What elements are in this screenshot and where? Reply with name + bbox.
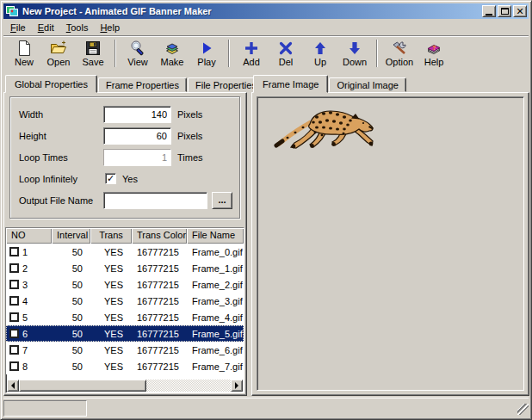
scroll-left-icon	[8, 382, 15, 389]
row-checkbox[interactable]	[9, 329, 19, 338]
row-checkbox[interactable]	[9, 247, 19, 256]
make-button[interactable]: Make	[155, 38, 189, 70]
table-row[interactable]: 250YES16777215Frame_1.gif	[6, 260, 244, 276]
layers-icon	[164, 40, 181, 57]
column-header-interval[interactable]: Interval	[52, 228, 90, 244]
frame-image-page	[251, 92, 529, 396]
horizontal-scrollbar[interactable]	[7, 380, 243, 392]
row-checkbox[interactable]	[9, 312, 19, 322]
table-cell: Frame_1.gif	[187, 263, 244, 274]
table-cell: 16777215	[132, 280, 187, 290]
table-row[interactable]: 450YES16777215Frame_3.gif	[6, 293, 244, 309]
toolbar-separator	[376, 40, 378, 67]
table-row[interactable]: 650YES16777215Frame_5.gif	[6, 325, 244, 342]
close-button[interactable]: ✕	[513, 5, 527, 17]
tab-original-image[interactable]: Original Image	[329, 77, 406, 92]
down-button[interactable]: Down	[337, 38, 372, 70]
maximize-button[interactable]	[498, 5, 511, 17]
menu-file[interactable]: File	[4, 21, 32, 34]
play-button[interactable]: Play	[189, 38, 224, 70]
scroll-left-button[interactable]	[7, 380, 19, 392]
table-cell: 50	[52, 247, 90, 257]
table-row[interactable]: 150YES16777215Frame_0.gif	[6, 244, 244, 260]
table-cell: 2	[6, 263, 52, 274]
tools-icon	[391, 40, 408, 57]
table-cell: YES	[90, 296, 132, 306]
table-cell: 4	[6, 296, 52, 306]
width-unit: Pixels	[177, 109, 202, 120]
table-cell: Frame_5.gif	[187, 329, 244, 339]
table-row[interactable]: 750YES16777215Frame_6.gif	[6, 342, 244, 358]
table-cell: YES	[90, 361, 132, 372]
scroll-right-button[interactable]	[231, 380, 243, 392]
row-checkbox[interactable]	[9, 263, 19, 273]
image-tab-control: Frame Image Original Image	[251, 74, 529, 396]
row-checkbox[interactable]	[9, 345, 19, 355]
loop-times-label: Loop Times	[19, 152, 68, 163]
table-row[interactable]: 550YES16777215Frame_4.gif	[6, 309, 244, 325]
row-checkbox[interactable]	[9, 296, 19, 306]
table-cell: 50	[52, 345, 90, 355]
table-cell: 16777215	[132, 263, 187, 274]
column-header-no[interactable]: NO	[6, 228, 52, 244]
scrollbar-track[interactable]	[146, 380, 231, 392]
column-header-trans-color[interactable]: Trans Color	[132, 228, 187, 244]
resize-grip-icon[interactable]	[517, 404, 529, 415]
scrollbar-thumb[interactable]	[19, 380, 146, 392]
menu-tools[interactable]: Tools	[60, 21, 95, 34]
tab-frame-properties[interactable]: Frame Properties	[98, 77, 187, 92]
row-checkbox[interactable]	[9, 361, 19, 371]
add-button[interactable]: Add	[234, 38, 269, 70]
del-button[interactable]: Del	[269, 38, 303, 70]
frame-table: NO Interval Trans Trans Color File Name …	[5, 227, 244, 393]
table-cell: YES	[90, 345, 132, 355]
loop-infinitely-checkbox[interactable]	[105, 173, 116, 184]
save-floppy-icon	[84, 40, 102, 57]
menu-help[interactable]: Help	[94, 21, 126, 34]
table-cell: Frame_3.gif	[187, 296, 244, 306]
width-field[interactable]	[103, 106, 171, 123]
table-cell: 6	[6, 329, 52, 339]
minimize-icon	[486, 14, 492, 15]
output-file-field[interactable]	[103, 192, 207, 209]
column-header-trans[interactable]: Trans	[90, 228, 132, 244]
menu-bar: File Edit Tools Help	[3, 19, 529, 35]
tab-global-properties[interactable]: Global Properties	[5, 75, 97, 93]
tab-frame-image[interactable]: Frame Image	[253, 75, 328, 93]
table-cell: YES	[90, 280, 132, 290]
magnifier-icon	[129, 40, 146, 57]
up-button[interactable]: Up	[303, 38, 337, 70]
table-cell: 16777215	[132, 312, 187, 323]
table-cell: Frame_4.gif	[187, 312, 244, 323]
global-properties-group: Width Pixels Height Pixels Loop Times Ti…	[9, 96, 240, 219]
table-cell: 1	[6, 247, 52, 257]
table-row[interactable]: 850YES16777215Frame_7.gif	[6, 358, 244, 374]
save-button[interactable]: Save	[76, 38, 110, 70]
height-label: Height	[19, 131, 46, 141]
table-cell: 50	[52, 361, 90, 372]
app-icon	[5, 4, 19, 18]
table-row[interactable]: 350YES16777215Frame_2.gif	[6, 276, 244, 293]
x-icon	[277, 40, 294, 57]
minimize-button[interactable]	[482, 5, 496, 17]
arrow-down-icon	[346, 40, 363, 57]
table-cell: Frame_7.gif	[187, 361, 244, 372]
height-field[interactable]	[103, 127, 171, 145]
table-cell: Frame_6.gif	[187, 345, 244, 355]
option-button[interactable]: Option	[382, 38, 417, 70]
view-button[interactable]: View	[121, 38, 155, 70]
cheetah-frame-image	[271, 104, 376, 154]
title-bar: New Project - Animated GIF Banner Maker …	[3, 3, 529, 19]
plus-icon	[243, 40, 260, 57]
arrow-up-icon	[312, 40, 329, 57]
open-button[interactable]: Open	[41, 38, 76, 70]
browse-button[interactable]: ...	[212, 192, 232, 209]
help-button[interactable]: ? Help	[417, 38, 451, 70]
menu-edit[interactable]: Edit	[32, 21, 60, 34]
frame-image-viewport	[257, 96, 524, 391]
column-header-file-name[interactable]: File Name	[187, 228, 244, 244]
row-checkbox[interactable]	[9, 280, 19, 289]
table-cell: 5	[6, 312, 52, 323]
new-button[interactable]: New	[7, 38, 41, 70]
table-cell: YES	[90, 247, 132, 257]
